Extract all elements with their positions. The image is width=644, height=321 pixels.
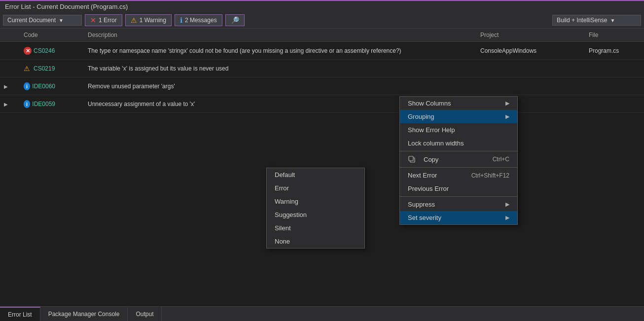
info-code[interactable]: IDE0060 — [32, 83, 55, 90]
menu-set-severity[interactable]: Set severity ▶ — [400, 211, 517, 224]
row-project-col — [476, 67, 585, 71]
row-expand-col[interactable]: ▶ — [0, 99, 20, 109]
row-description-col: The variable 'x' is assigned but its val… — [84, 63, 476, 74]
row-file-col — [585, 67, 644, 71]
chevron-down-icon-build: ▼ — [610, 18, 615, 23]
tab-output-label: Output — [136, 311, 153, 318]
bottom-tabs: Error List Package Manager Console Outpu… — [0, 306, 644, 321]
warning-label: Warning — [275, 198, 298, 205]
error-label: Error — [275, 184, 289, 192]
submenu-item-silent[interactable]: Silent — [267, 221, 364, 235]
show-columns-label: Show Columns — [408, 100, 451, 107]
table-row[interactable]: ▶ i IDE0059 Unnecessary assignment of a … — [0, 95, 644, 113]
warning-code[interactable]: CS0219 — [34, 65, 55, 72]
table-header: Code Description Project File — [0, 29, 644, 42]
submenu-item-suggestion[interactable]: Suggestion — [267, 208, 364, 221]
col-header-expand — [0, 31, 20, 39]
col-header-icon — [59, 31, 84, 39]
svg-rect-1 — [409, 156, 413, 161]
row-code-col: i IDE0060 — [20, 80, 59, 92]
grouping-label: Grouping — [408, 113, 434, 120]
scope-filter-button[interactable]: 🔎 — [225, 14, 245, 26]
submenu-item-warning[interactable]: Warning — [267, 195, 364, 208]
menu-copy[interactable]: Copy Ctrl+C — [400, 152, 517, 166]
chevron-down-icon: ▼ — [59, 18, 64, 23]
submenu-arrow-icon-4: ▶ — [505, 214, 509, 221]
tab-error-list-label: Error List — [8, 311, 32, 318]
messages-filter-label: 2 Messages — [185, 17, 217, 24]
submenu-item-none[interactable]: None — [267, 235, 364, 248]
info-icon: ℹ — [180, 16, 182, 24]
row-project-col — [476, 84, 585, 88]
set-severity-label: Set severity — [408, 214, 441, 221]
submenu-arrow-icon-3: ▶ — [505, 201, 509, 208]
copy-shortcut: Ctrl+C — [493, 156, 509, 163]
row-expand-col — [0, 49, 20, 53]
col-header-project[interactable]: Project — [476, 31, 585, 39]
col-header-file[interactable]: File — [585, 31, 644, 39]
table-row[interactable]: ▶ i IDE0060 Remove unused parameter 'arg… — [0, 77, 644, 95]
table-row[interactable]: ⚠ CS0219 The variable 'x' is assigned bu… — [0, 60, 644, 77]
title-text: Error List - Current Document (Program.c… — [5, 3, 128, 10]
tab-package-manager-console[interactable]: Package Manager Console — [40, 307, 128, 321]
messages-filter-button[interactable]: ℹ 2 Messages — [175, 14, 222, 26]
build-dropdown-label: Build + IntelliSense — [557, 17, 607, 24]
submenu-item-error[interactable]: Error — [267, 181, 364, 195]
row-icon-col — [59, 102, 84, 106]
default-label: Default — [275, 171, 295, 178]
col-header-description[interactable]: Description — [84, 31, 476, 39]
submenu-arrow-icon-2: ▶ — [505, 113, 509, 120]
show-error-help-label: Show Error Help — [408, 126, 455, 134]
error-code[interactable]: CS0246 — [34, 47, 55, 54]
submenu-item-default[interactable]: Default — [267, 168, 364, 181]
menu-separator-1 — [400, 151, 517, 151]
table-row[interactable]: ✕ CS0246 The type or namespace name 'str… — [0, 42, 644, 60]
row-code-col: ✕ CS0246 — [20, 45, 59, 57]
suggestion-label: Suggestion — [275, 211, 307, 218]
row-code-col: i IDE0059 — [20, 98, 59, 110]
next-error-shortcut: Ctrl+Shift+F12 — [471, 172, 509, 179]
warning-icon: ⚠ — [24, 65, 32, 72]
error-icon: ✕ — [24, 47, 32, 55]
context-menu-main: Show Columns ▶ Grouping ▶ Show Error Hel… — [399, 96, 518, 225]
info-icon: i — [24, 82, 30, 90]
previous-error-label: Previous Error — [408, 185, 449, 192]
menu-show-columns[interactable]: Show Columns ▶ — [400, 97, 517, 110]
error-filter-button[interactable]: ✕ 1 Error — [85, 14, 122, 26]
menu-separator-3 — [400, 196, 517, 197]
menu-suppress[interactable]: Suppress ▶ — [400, 198, 517, 211]
copy-label: Copy — [424, 156, 438, 163]
row-expand-col[interactable]: ▶ — [0, 81, 20, 92]
row-description-col: Remove unused parameter 'args' — [84, 81, 476, 92]
next-error-label: Next Error — [408, 172, 437, 179]
row-description-col: The type or namespace name 'stringx' cou… — [84, 45, 476, 56]
tab-error-list[interactable]: Error List — [0, 307, 40, 321]
info-code-2[interactable]: IDE0059 — [32, 101, 55, 107]
tab-package-manager-label: Package Manager Console — [48, 311, 120, 318]
menu-show-error-help[interactable]: Show Error Help — [400, 123, 517, 137]
none-label: None — [275, 238, 290, 245]
menu-previous-error[interactable]: Previous Error — [400, 182, 517, 195]
error-filter-label: 1 Error — [99, 17, 117, 24]
title-bar: Error List - Current Document (Program.c… — [0, 0, 644, 12]
menu-grouping[interactable]: Grouping ▶ — [400, 110, 517, 123]
copy-icon — [408, 155, 416, 163]
silent-label: Silent — [275, 224, 291, 232]
menu-lock-columns[interactable]: Lock column widths — [400, 137, 517, 150]
warning-filter-button[interactable]: ⚠ 1 Warning — [125, 14, 172, 26]
lock-columns-label: Lock column widths — [408, 140, 464, 147]
menu-next-error[interactable]: Next Error Ctrl+Shift+F12 — [400, 169, 517, 182]
build-dropdown[interactable]: Build + IntelliSense ▼ — [552, 15, 641, 26]
warning-filter-label: 1 Warning — [140, 17, 166, 24]
suppress-label: Suppress — [408, 201, 435, 208]
row-icon-col — [59, 67, 84, 71]
tab-output[interactable]: Output — [128, 307, 162, 321]
menu-separator-2 — [400, 167, 517, 168]
col-header-code[interactable]: Code — [20, 31, 59, 39]
row-file-col: Program.cs — [585, 45, 644, 56]
expand-arrow-icon: ▶ — [4, 102, 8, 107]
document-dropdown[interactable]: Current Document ▼ — [3, 15, 82, 26]
row-file-col — [585, 84, 644, 88]
row-file-col — [585, 102, 644, 106]
error-icon: ✕ — [90, 16, 96, 24]
